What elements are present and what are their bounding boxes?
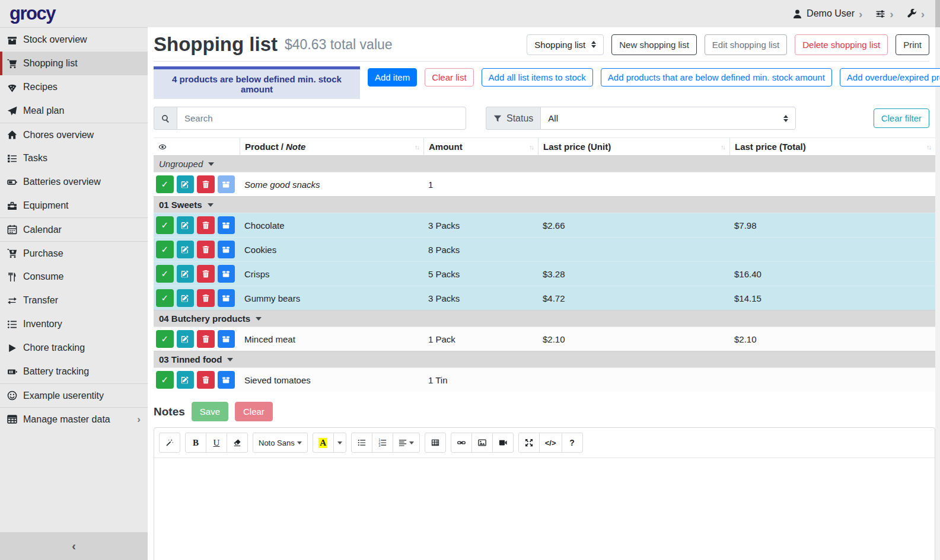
group-header-tinned-food[interactable]: 03 Tinned food xyxy=(154,351,935,367)
delete-item-button[interactable] xyxy=(197,216,215,234)
save-notes-button[interactable]: Save xyxy=(192,402,228,421)
underline-button[interactable]: U xyxy=(206,433,227,453)
mark-done-button[interactable]: ✓ xyxy=(156,216,174,234)
sidebar-item-stock-overview[interactable]: Stock overview xyxy=(0,28,148,52)
font-color-dropdown[interactable] xyxy=(333,433,346,453)
mark-done-button[interactable]: ✓ xyxy=(156,289,174,307)
sidebar-item-chores-overview[interactable]: Chores overview xyxy=(0,123,148,146)
edit-item-button[interactable] xyxy=(177,289,195,307)
add-all-to-stock-button[interactable]: Add all list items to stock xyxy=(482,68,593,87)
clear-notes-button[interactable]: Clear xyxy=(235,402,273,421)
settings-menu[interactable]: › xyxy=(875,8,893,20)
mark-done-button[interactable]: ✓ xyxy=(156,265,174,283)
sidebar-collapse-button[interactable]: ‹ xyxy=(0,532,148,560)
column-header-product[interactable]: Product /Note↑↓ xyxy=(240,138,423,155)
insert-video-button[interactable] xyxy=(492,433,514,453)
notes-heading: Notes xyxy=(154,405,185,418)
clear-filter-button[interactable]: Clear filter xyxy=(874,108,929,128)
code-view-button[interactable]: </> xyxy=(539,433,562,453)
font-color-button[interactable]: A xyxy=(313,433,334,453)
insert-link-button[interactable] xyxy=(451,433,472,453)
column-visibility-toggle[interactable] xyxy=(154,138,240,155)
group-header-sweets[interactable]: 01 Sweets xyxy=(154,196,935,213)
magic-style-button[interactable] xyxy=(159,433,180,453)
sidebar-item-batteries-overview[interactable]: Batteries overview xyxy=(0,170,148,194)
sidebar-item-purchase[interactable]: Purchase xyxy=(0,241,148,265)
fullscreen-button[interactable] xyxy=(518,433,540,453)
edit-item-button[interactable] xyxy=(177,241,195,258)
delete-shopping-list-button[interactable]: Delete shopping list xyxy=(795,34,888,55)
sidebar-item-meal-plan[interactable]: Meal plan xyxy=(0,99,148,123)
clear-formatting-button[interactable] xyxy=(227,433,248,453)
sidebar-item-recipes[interactable]: Recipes xyxy=(0,75,148,99)
group-header-ungrouped[interactable]: Ungrouped xyxy=(154,155,935,172)
paragraph-align-dropdown[interactable] xyxy=(393,433,420,453)
sidebar-item-consume[interactable]: Consume xyxy=(0,265,148,289)
edit-item-button[interactable] xyxy=(177,330,195,348)
app-logo[interactable]: grocy xyxy=(9,3,55,24)
add-to-stock-button[interactable] xyxy=(218,175,235,193)
mark-done-button[interactable]: ✓ xyxy=(156,330,174,348)
add-to-stock-button[interactable] xyxy=(218,265,235,283)
add-to-stock-button[interactable] xyxy=(218,289,235,307)
delete-item-button[interactable] xyxy=(197,330,215,348)
notes-text-area[interactable] xyxy=(154,458,935,560)
add-below-min-stock-button[interactable]: Add products that are below defined min.… xyxy=(601,68,832,87)
delete-item-button[interactable] xyxy=(197,289,215,307)
chevron-right-icon: › xyxy=(890,8,893,20)
shopping-list-selector[interactable]: Shopping list xyxy=(527,34,604,55)
add-to-stock-button[interactable] xyxy=(218,330,235,348)
edit-item-button[interactable] xyxy=(177,371,195,389)
mark-done-button[interactable]: ✓ xyxy=(156,371,174,389)
sidebar-item-battery-tracking[interactable]: Battery tracking xyxy=(0,360,148,383)
unordered-list-button[interactable] xyxy=(351,433,372,453)
column-header-price-unit[interactable]: Last price (Unit)↑↓ xyxy=(538,138,729,155)
sidebar-item-chore-tracking[interactable]: Chore tracking xyxy=(0,336,148,360)
print-button[interactable]: Print xyxy=(896,34,929,55)
help-button[interactable]: ? xyxy=(562,433,583,453)
delete-item-button[interactable] xyxy=(197,241,215,258)
bold-button[interactable]: B xyxy=(185,433,206,453)
sidebar-item-equipment[interactable]: Equipment xyxy=(0,194,148,217)
add-overdue-button[interactable]: Add overdue/expired products xyxy=(840,68,940,87)
edit-item-button[interactable] xyxy=(177,265,195,283)
new-shopping-list-button[interactable]: New shopping list xyxy=(611,34,697,55)
edit-item-button[interactable] xyxy=(177,175,195,193)
edit-shopping-list-button[interactable]: Edit shopping list xyxy=(705,34,787,55)
font-family-dropdown[interactable]: Noto Sans xyxy=(253,433,308,453)
sidebar-item-inventory[interactable]: Inventory xyxy=(0,312,148,336)
search-input[interactable] xyxy=(177,107,466,130)
column-header-price-total[interactable]: Last price (Total)↑↓ xyxy=(729,138,935,155)
sort-icon: ↑↓ xyxy=(415,143,419,151)
user-menu[interactable]: Demo User › xyxy=(792,8,862,20)
insert-picture-button[interactable] xyxy=(471,433,493,453)
delete-item-button[interactable] xyxy=(197,371,215,389)
mark-done-button[interactable]: ✓ xyxy=(156,175,174,193)
mark-done-button[interactable]: ✓ xyxy=(156,241,174,258)
add-item-button[interactable]: Add item xyxy=(368,68,417,87)
sidebar-item-tasks[interactable]: Tasks xyxy=(0,146,148,170)
admin-menu[interactable]: › xyxy=(907,8,925,20)
delete-item-button[interactable] xyxy=(197,265,215,283)
edit-icon xyxy=(181,180,189,188)
column-header-amount[interactable]: Amount↑↓ xyxy=(423,138,538,155)
magic-wand-icon xyxy=(165,439,174,447)
sidebar-item-transfer[interactable]: Transfer xyxy=(0,289,148,312)
edit-item-button[interactable] xyxy=(177,216,195,234)
sidebar-item-calendar[interactable]: Calendar xyxy=(0,217,148,241)
add-to-stock-button[interactable] xyxy=(218,216,235,234)
group-header-butchery[interactable]: 04 Butchery products xyxy=(154,310,935,327)
link-icon xyxy=(457,439,466,447)
insert-table-dropdown[interactable] xyxy=(425,433,446,453)
status-select[interactable]: All xyxy=(540,107,796,130)
sidebar-item-shopping-list[interactable]: Shopping list xyxy=(0,52,148,75)
scrollbar-thumb[interactable] xyxy=(935,0,940,27)
table-row: ✓ Some good snacks 1 xyxy=(154,172,935,196)
add-to-stock-button[interactable] xyxy=(218,241,235,258)
clear-list-button[interactable]: Clear list xyxy=(425,68,473,87)
sidebar-item-manage-master-data[interactable]: Manage master data› xyxy=(0,407,148,431)
add-to-stock-button[interactable] xyxy=(218,371,235,389)
delete-item-button[interactable] xyxy=(197,175,215,193)
sidebar-item-example-userentity[interactable]: Example userentity xyxy=(0,383,148,407)
ordered-list-button[interactable] xyxy=(372,433,393,453)
